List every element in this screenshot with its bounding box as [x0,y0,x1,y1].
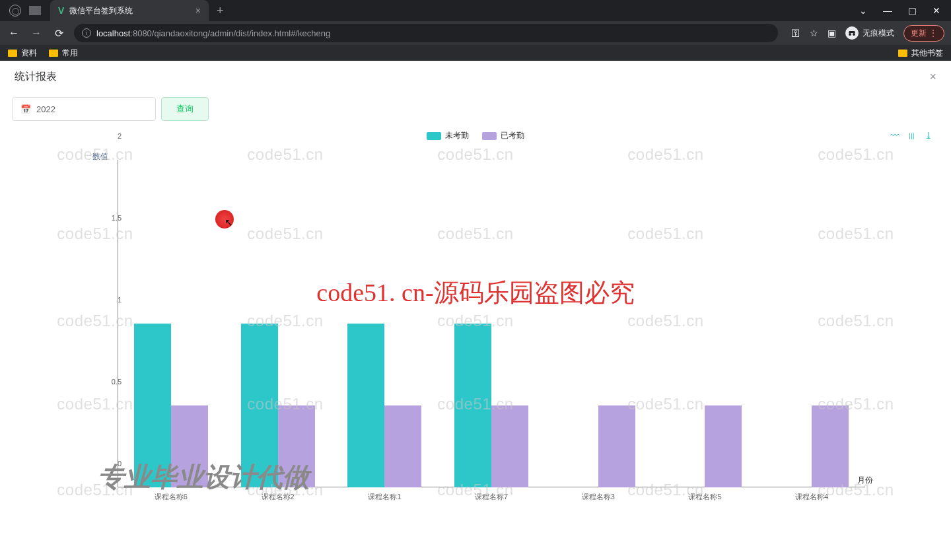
y-tick: 2 [118,132,122,140]
chart-plot: 00.511.52 课程名称6课程名称2课程名称1课程名称7课程名称3课程名称5… [112,160,865,503]
x-axis-title: 月份 [857,475,873,486]
modal-title: 统计报表 [15,70,57,84]
bar-group: 课程名称4 [758,160,865,487]
site-info-icon[interactable]: i [82,28,91,38]
panel-icon[interactable]: ▣ [828,28,836,38]
legend-swatch-icon [482,132,497,140]
system-icon: ◯ [9,5,21,17]
bar-group: 课程名称1 [331,160,438,487]
reload-button[interactable]: ⟳ [52,27,66,40]
bars-area: 课程名称6课程名称2课程名称1课程名称7课程名称3课程名称5课程名称4 [118,160,865,487]
incognito-indicator: 无痕模式 [845,26,894,40]
toolbox-line-icon[interactable]: 〰 [890,130,899,141]
x-tick-label: 课程名称2 [262,492,295,502]
address-bar-right: ⚿ ☆ ▣ 无痕模式 更新 ⋮ [786,25,944,42]
bar[interactable] [384,405,421,487]
bar[interactable] [347,324,384,487]
x-tick-label: 课程名称4 [795,492,828,502]
bookmark-folder-1[interactable]: 资料 [8,48,37,59]
legend-item-1[interactable]: 未考勤 [427,130,469,141]
browser-tab[interactable]: V 微信平台签到系统 × [50,0,209,21]
bar[interactable] [278,405,315,487]
star-icon[interactable]: ☆ [810,28,818,38]
query-toolbar: 📅 2022 查询 [0,90,951,125]
minimize-icon[interactable]: — [883,5,892,16]
bookmarks-bar: 资料 常用 其他书签 [0,45,951,61]
menu-dots-icon: ⋮ [929,28,937,38]
bar-group: 课程名称5 [652,160,759,487]
window-box-icon [29,6,41,15]
modal-close-icon[interactable]: × [929,70,936,84]
bar[interactable] [491,405,528,487]
forward-button[interactable]: → [29,27,44,39]
window-controls: ⌄ — ▢ ✕ [859,5,951,16]
chart-toolbox: 〰 ⫼ ⤓ [890,130,933,141]
x-tick-label: 课程名称5 [688,492,721,502]
address-bar: ← → ⟳ i localhost:8080/qiandaoxitong/adm… [0,21,951,45]
back-button[interactable]: ← [7,27,21,39]
bar-group: 课程名称6 [118,160,225,487]
bar-group: 课程名称3 [545,160,652,487]
chevron-down-icon[interactable]: ⌄ [859,5,867,16]
tab-strip: ◯ V 微信平台签到系统 × + ⌄ — ▢ ✕ [0,0,951,21]
maximize-icon[interactable]: ▢ [908,5,917,16]
folder-icon [8,50,17,57]
browser-chrome: ◯ V 微信平台签到系统 × + ⌄ — ▢ ✕ ← → ⟳ i localho… [0,0,951,61]
new-tab-button[interactable]: + [217,4,224,18]
bar[interactable] [241,324,278,487]
tab-close-icon[interactable]: × [195,5,201,16]
x-tick-label: 课程名称6 [155,492,188,502]
year-picker[interactable]: 📅 2022 [12,97,156,121]
bar[interactable] [705,405,742,487]
calendar-icon: 📅 [20,104,31,114]
bookmark-other[interactable]: 其他书签 [898,48,943,59]
year-value: 2022 [36,104,55,114]
chart-legend: 未考勤 已考勤 [13,130,938,141]
x-tick-label: 课程名称7 [475,492,508,502]
bar[interactable] [812,405,849,487]
toolbox-bar-icon[interactable]: ⫼ [907,130,917,141]
legend-swatch-icon [427,132,441,140]
legend-item-2[interactable]: 已考勤 [482,130,524,141]
x-tick-label: 课程名称1 [368,492,401,502]
bar-group: 课程名称7 [438,160,545,487]
toolbox-download-icon[interactable]: ⤓ [925,130,933,141]
bookmark-folder-2[interactable]: 常用 [49,48,78,59]
url-text: localhost:8080/qiandaoxitong/admin/dist/… [96,28,330,38]
folder-icon [49,50,58,57]
tab-title: 微信平台签到系统 [69,5,190,17]
modal-header: 统计报表 × [0,61,951,90]
close-window-icon[interactable]: ✕ [933,5,940,16]
bar[interactable] [171,405,208,487]
page-content: 统计报表 × 📅 2022 查询 未考勤 已考勤 〰 ⫼ ⤓ 数值 00.511… [0,61,951,560]
key-icon[interactable]: ⚿ [791,28,800,38]
update-button[interactable]: 更新 ⋮ [903,25,944,42]
bar[interactable] [134,324,171,487]
url-input[interactable]: i localhost:8080/qiandaoxitong/admin/dis… [74,24,778,42]
folder-icon [898,50,907,57]
vue-favicon-icon: V [58,5,64,16]
bar-group: 课程名称2 [225,160,332,487]
bar[interactable] [598,405,635,487]
x-tick-label: 课程名称3 [582,492,615,502]
query-button[interactable]: 查询 [161,97,209,121]
incognito-icon [845,26,859,40]
chart-container: 未考勤 已考勤 〰 ⫼ ⤓ 数值 00.511.52 课程名称6课程名称2课程名… [0,125,951,503]
bar[interactable] [454,324,491,487]
